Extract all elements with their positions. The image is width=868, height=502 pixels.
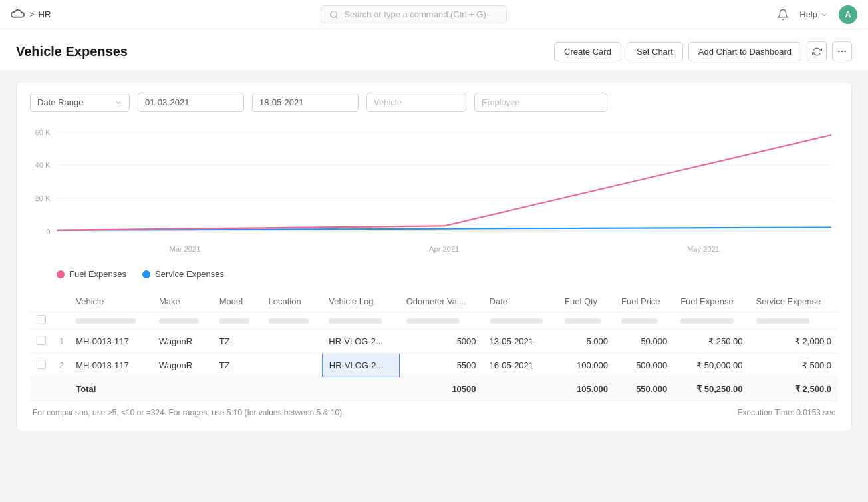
svg-point-0 (331, 11, 337, 17)
chart-legend: Fuel Expenses Service Expenses (57, 269, 838, 279)
th-fuel-price: Fuel Price (615, 291, 674, 312)
filter-input-row (30, 312, 838, 330)
chevron-down-icon (820, 11, 828, 19)
filter-fuel-qty[interactable] (565, 318, 601, 324)
create-card-button[interactable]: Create Card (554, 42, 621, 61)
filter-model[interactable] (219, 318, 249, 324)
row2-fuel-expense: ₹ 50,000.00 (674, 354, 749, 377)
date-to-input[interactable] (252, 93, 359, 112)
chevron-down-icon (114, 99, 122, 107)
row2-vehicle[interactable]: MH-0013-117 (69, 354, 152, 377)
total-label: Total (69, 377, 152, 401)
search-placeholder: Search or type a command (Ctrl + G) (344, 9, 486, 19)
footer-hint: For comparison, use >5, <10 or =324. For… (33, 408, 345, 417)
vehicle-filter[interactable]: Vehicle (366, 93, 466, 112)
row2-vlog[interactable]: HR-VLOG-2... (322, 354, 399, 377)
filter-service-expense[interactable] (756, 318, 809, 324)
help-button[interactable]: Help (799, 9, 828, 19)
svg-point-3 (844, 51, 846, 53)
main-content: Date Range Vehicle Employee 60 K 40 K 20… (0, 71, 868, 442)
fuel-dot (57, 270, 65, 278)
filter-make[interactable] (159, 318, 199, 324)
page-actions: Create Card Set Chart Add Chart to Dashb… (554, 41, 852, 61)
total-fuel-qty: 105.000 (558, 377, 615, 401)
refresh-button[interactable] (807, 41, 827, 61)
topnav-left: > HR (11, 7, 51, 22)
total-fuel-price: 550.000 (615, 377, 674, 401)
th-date: Date (483, 291, 558, 312)
ellipsis-icon (837, 46, 847, 57)
row1-vlog[interactable]: HR-VLOG-2... (322, 330, 399, 354)
page-header: Vehicle Expenses Create Card Set Chart A… (0, 29, 868, 71)
row2-fuel-qty: 100.000 (558, 354, 615, 377)
filter-vehicle[interactable] (76, 318, 136, 324)
row2-model: TZ (213, 354, 262, 377)
svg-point-1 (838, 51, 840, 53)
cloud-icon (11, 7, 25, 22)
row2-location (262, 354, 323, 377)
date-range-filter[interactable]: Date Range (30, 93, 130, 112)
th-checkbox (30, 291, 53, 312)
total-odometer: 10500 (400, 377, 483, 401)
filter-fuel-expense[interactable] (680, 318, 734, 324)
th-model: Model (213, 291, 262, 312)
svg-point-2 (841, 51, 843, 53)
th-make: Make (152, 291, 213, 312)
header-checkbox[interactable] (37, 315, 46, 324)
filter-location[interactable] (269, 318, 309, 324)
set-chart-button[interactable]: Set Chart (627, 42, 683, 61)
add-chart-button[interactable]: Add Chart to Dashboard (688, 42, 801, 61)
avatar[interactable]: A (839, 5, 857, 24)
row1-fuel-expense: ₹ 250.00 (674, 330, 749, 354)
filter-vlog[interactable] (329, 318, 382, 324)
search-icon (329, 10, 339, 19)
svg-text:20 K: 20 K (35, 194, 50, 202)
svg-text:May 2021: May 2021 (687, 245, 720, 253)
row2-odometer: 5500 (400, 354, 483, 377)
filters-row: Date Range Vehicle Employee (30, 93, 838, 112)
row1-checkbox[interactable] (37, 336, 46, 345)
breadcrumb: > HR (29, 9, 51, 19)
th-vehicle-log: Vehicle Log (322, 291, 399, 312)
row1-make: WagonR (152, 330, 213, 354)
svg-text:Mar 2021: Mar 2021 (169, 245, 200, 253)
svg-text:60 K: 60 K (35, 128, 50, 136)
row1-fuel-price: 50.000 (615, 330, 674, 354)
th-service-expense: Service Expense (750, 291, 838, 312)
row2-fuel-price: 500.000 (615, 354, 674, 377)
employee-filter[interactable]: Employee (474, 93, 607, 112)
search-bar[interactable]: Search or type a command (Ctrl + G) (321, 5, 507, 23)
breadcrumb-item[interactable]: HR (39, 9, 51, 19)
chart-area: 60 K 40 K 20 K 0 Mar 2021 Apr 2021 May 2… (30, 123, 838, 262)
filter-date[interactable] (490, 318, 543, 324)
filter-fuel-price[interactable] (621, 318, 658, 324)
refresh-icon (812, 47, 822, 57)
row1-vehicle[interactable]: MH-0013-117 (69, 330, 152, 354)
date-from-input[interactable] (138, 93, 244, 112)
row2-make: WagonR (152, 354, 213, 377)
legend-fuel: Fuel Expenses (57, 269, 126, 279)
topnav-right: Help A (777, 5, 857, 24)
row2-service-expense: ₹ 500.0 (750, 354, 838, 377)
total-row: Total 10500 105.000 550.000 ₹ 50,250.00 … (30, 377, 838, 401)
th-location: Location (262, 291, 323, 312)
row2-checkbox[interactable] (37, 360, 46, 369)
svg-text:Apr 2021: Apr 2021 (429, 245, 459, 253)
svg-text:0: 0 (46, 228, 50, 236)
th-vehicle: Vehicle (69, 291, 152, 312)
chart-card: Date Range Vehicle Employee 60 K 40 K 20… (16, 81, 852, 431)
row1-date: 13-05-2021 (483, 330, 558, 354)
th-num (53, 291, 69, 312)
table-header-row: Vehicle Make Model Location Vehicle Log … (30, 291, 838, 312)
more-options-button[interactable] (832, 41, 852, 61)
page-title: Vehicle Expenses (16, 44, 128, 59)
legend-service: Service Expenses (142, 269, 224, 279)
execution-time: Execution Time: 0.0153 sec (738, 408, 835, 417)
notification-icon[interactable] (777, 9, 789, 21)
row1-odometer: 5000 (400, 330, 483, 354)
filter-odometer[interactable] (406, 318, 460, 324)
row1-location (262, 330, 323, 354)
table-row: 2 MH-0013-117 WagonR TZ HR-VLOG-2... 550… (30, 354, 838, 377)
th-fuel-expense: Fuel Expense (674, 291, 749, 312)
total-fuel-expense: ₹ 50,250.00 (674, 377, 749, 401)
